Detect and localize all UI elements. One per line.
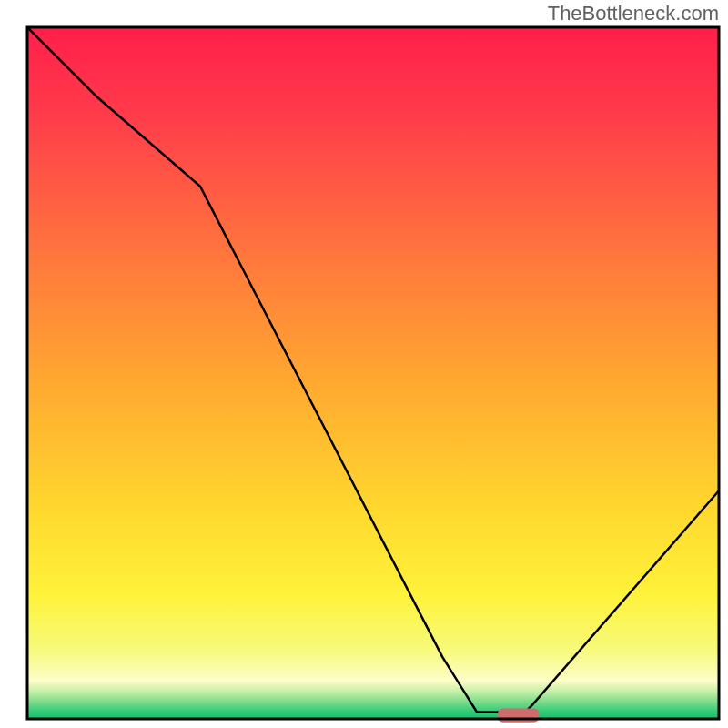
gradient-background — [27, 27, 719, 719]
chart-container: TheBottleneck.com — [0, 0, 728, 728]
plot-area — [27, 27, 719, 723]
bottleneck-chart — [0, 0, 728, 728]
optimum-marker — [498, 709, 540, 723]
watermark-label: TheBottleneck.com — [548, 2, 719, 25]
